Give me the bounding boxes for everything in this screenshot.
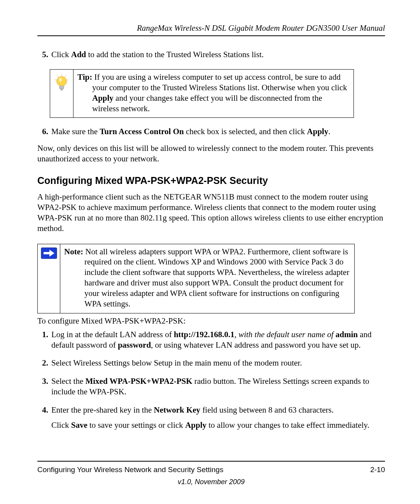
tip-icon-cell [50,70,74,118]
bold: Apply [185,420,206,430]
bold: Turn Access Control On [100,127,184,136]
text: and your changes take effect you will be… [92,93,322,113]
svg-point-5 [57,76,66,86]
steps-list: 1. Log in at the default LAN address of … [37,329,385,433]
svg-rect-7 [60,86,64,89]
step-2: 2. Select Wireless Settings below Setup … [37,358,385,371]
step-number: 6. [37,126,51,139]
bold: Save [71,420,88,430]
header-title: RangeMax Wireless-N DSL Gigabit Modem Ro… [137,23,385,33]
text: to allow your changes to take effect imm… [206,420,369,430]
text: Select the [51,376,85,386]
page-footer: Configuring Your Wireless Network and Se… [37,461,385,486]
note-icon-cell [38,244,60,313]
svg-point-6 [59,78,62,82]
svg-rect-10 [61,89,63,91]
footer-version: v1.0, November 2009 [37,478,385,486]
text: Select Wireless Settings below Setup in … [51,358,302,368]
footer-section: Configuring Your Wireless Network and Se… [37,466,223,474]
footer-rule [37,461,385,462]
step-number: 2. [37,358,51,371]
text: Click [51,420,71,430]
text: Not all wireless adapters support WPA or… [83,247,349,308]
step-body: Enter the pre-shared key in the Network … [51,405,385,433]
note-callout: Note: Not all wireless adapters support … [37,244,355,313]
text: Click [51,50,71,59]
bold: Mixed WPA-PSK+WPA2-PSK [85,376,192,386]
bold-apply: Apply [92,93,114,103]
text: , or using whatever LAN address and pass… [151,340,360,350]
document-page: RangeMax Wireless-N DSL Gigabit Modem Ro… [0,0,420,504]
configure-intro: To configure Mixed WPA-PSK+WPA2-PSK: [37,316,385,326]
text: Make sure the [51,127,100,136]
section-heading: Configuring Mixed WPA-PSK+WPA2-PSK Secur… [37,175,385,186]
step-number: 1. [37,329,51,353]
step-1: 1. Log in at the default LAN address of … [37,329,385,353]
step-number: 5. [37,49,51,62]
note-text: Note: Not all wireless adapters support … [60,244,354,313]
step-4: 4. Enter the pre-shared key in the Netwo… [37,405,385,433]
step-body: Log in at the default LAN address of htt… [51,329,385,353]
text: . [328,127,330,136]
note-label: Note: [64,247,83,256]
tip-callout: Tip: If you are using a wireless compute… [50,69,354,118]
text: Enter the pre-shared key in the [51,405,154,415]
bold: http://192.168.0.1 [174,330,234,339]
text: to add the station to the Trusted Wirele… [86,50,264,59]
step-body: Select the Mixed WPA-PSK+WPA2-PSK radio … [51,376,385,399]
text: Log in at the default LAN address of [51,330,174,339]
bold: Network Key [154,405,201,415]
arrow-icon [41,247,57,259]
text: to save your settings or click [88,420,185,430]
page-header: RangeMax Wireless-N DSL Gigabit Modem Ro… [37,23,385,36]
step-number: 3. [37,376,51,399]
step-body: Select Wireless Settings below Setup in … [51,358,385,371]
step-3: 3. Select the Mixed WPA-PSK+WPA2-PSK rad… [37,376,385,399]
tip-text: Tip: If you are using a wireless compute… [74,70,354,118]
footer-page: 2-10 [370,466,385,474]
text: If you are using a wireless computer to … [92,72,347,92]
tip-label: Tip: [77,72,92,82]
svg-line-2 [65,75,66,77]
bold: password [118,340,151,350]
step-body: Click Add to add the station to the Trus… [51,49,385,62]
step-5: 5. Click Add to add the station to the T… [37,49,385,62]
text: check box is selected, and then click [184,127,307,136]
paragraph: Now, only devices on this list will be a… [37,143,385,164]
section-intro: A high-performance client such as the NE… [37,192,385,234]
bold: admin [336,330,358,339]
step-6: 6. Make sure the Turn Access Control On … [37,126,385,139]
bold: Apply [307,127,328,136]
page-content: 5. Click Add to add the station to the T… [37,36,385,433]
footer-row: Configuring Your Wireless Network and Se… [37,466,385,474]
step-body: Make sure the Turn Access Control On che… [51,126,385,139]
svg-line-1 [57,75,59,77]
text: field using between 8 and 63 characters. [200,405,334,415]
bold-add: Add [71,50,86,59]
lightbulb-icon [53,73,70,93]
text: , with the default user name of [234,330,336,339]
step-number: 4. [37,405,51,433]
